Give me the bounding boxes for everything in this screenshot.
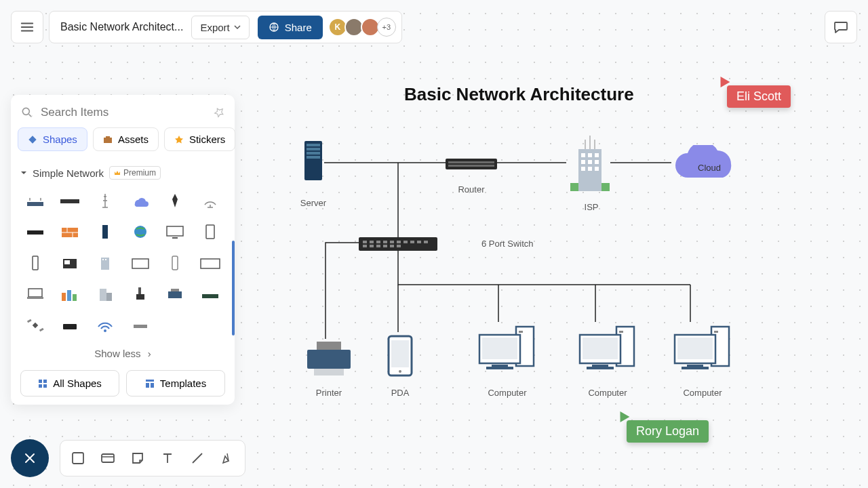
title-bar: Basic Network Architect... Export Share … bbox=[49, 11, 402, 43]
svg-point-1 bbox=[22, 108, 29, 115]
tab-stickers[interactable]: Stickers bbox=[164, 127, 235, 151]
shape-server[interactable] bbox=[90, 219, 120, 245]
svg-rect-83 bbox=[601, 183, 610, 191]
shape-building[interactable] bbox=[90, 250, 120, 276]
shape-globe[interactable] bbox=[125, 219, 155, 245]
svg-rect-102 bbox=[317, 342, 341, 350]
diamond-icon bbox=[28, 135, 37, 144]
shape-patch[interactable] bbox=[125, 312, 155, 338]
label-switch: 6 Port Switch bbox=[481, 239, 534, 249]
node-server[interactable] bbox=[303, 141, 323, 183]
shape-laptop[interactable] bbox=[20, 281, 50, 307]
shape-hub[interactable] bbox=[56, 312, 85, 338]
avatar-more[interactable]: +3 bbox=[377, 18, 396, 37]
svg-rect-86 bbox=[370, 241, 374, 243]
node-pda[interactable] bbox=[387, 335, 413, 380]
shape-modem[interactable] bbox=[195, 281, 225, 307]
shape-wireless[interactable] bbox=[90, 312, 120, 338]
share-button[interactable]: Share bbox=[258, 16, 323, 39]
shape-printer[interactable] bbox=[161, 281, 191, 307]
search-icon bbox=[20, 106, 34, 119]
node-computer-3[interactable] bbox=[672, 324, 733, 380]
svg-rect-35 bbox=[33, 323, 38, 328]
templates-button[interactable]: Templates bbox=[126, 370, 225, 396]
label-router: Router bbox=[458, 184, 484, 195]
tab-assets[interactable]: Assets bbox=[93, 127, 159, 151]
svg-rect-28 bbox=[100, 289, 106, 301]
tab-shapes[interactable]: Shapes bbox=[18, 127, 87, 151]
svg-line-51 bbox=[193, 453, 202, 463]
shape-office[interactable] bbox=[90, 281, 120, 307]
search-input[interactable] bbox=[41, 106, 206, 119]
briefcase-icon bbox=[103, 135, 113, 144]
svg-rect-67 bbox=[448, 161, 494, 163]
node-computer-2[interactable] bbox=[577, 324, 638, 380]
tool-line[interactable] bbox=[184, 445, 211, 472]
shape-tv[interactable] bbox=[195, 250, 225, 276]
svg-rect-22 bbox=[201, 259, 220, 268]
svg-rect-120 bbox=[714, 331, 718, 333]
show-less-button[interactable]: Show less › bbox=[11, 341, 235, 365]
svg-rect-95 bbox=[363, 245, 367, 247]
pin-icon[interactable] bbox=[210, 104, 227, 121]
svg-rect-117 bbox=[592, 365, 608, 367]
export-button[interactable]: Export bbox=[191, 16, 249, 39]
all-shapes-button[interactable]: All Shapes bbox=[20, 370, 119, 396]
section-simple-network[interactable]: Simple Network Premium bbox=[11, 159, 235, 185]
svg-rect-71 bbox=[588, 153, 592, 157]
shape-tower[interactable] bbox=[90, 188, 120, 214]
svg-rect-19 bbox=[105, 259, 106, 260]
svg-rect-100 bbox=[397, 245, 401, 247]
close-icon bbox=[23, 451, 37, 465]
tool-card[interactable] bbox=[94, 445, 121, 472]
node-isp[interactable] bbox=[566, 136, 614, 198]
shape-mobile[interactable] bbox=[161, 250, 191, 276]
tool-pen[interactable] bbox=[214, 445, 241, 472]
comments-button[interactable] bbox=[825, 11, 857, 43]
shape-satellite[interactable] bbox=[20, 312, 50, 338]
node-router[interactable] bbox=[446, 155, 497, 175]
shape-rocket[interactable] bbox=[161, 188, 191, 214]
scrollbar[interactable] bbox=[232, 241, 235, 336]
shape-city[interactable] bbox=[56, 281, 85, 307]
shape-firewall[interactable] bbox=[56, 219, 85, 245]
shape-satellite-dish[interactable] bbox=[195, 188, 225, 214]
tool-note[interactable] bbox=[124, 445, 151, 472]
tool-text[interactable] bbox=[154, 445, 181, 472]
chevron-down-icon bbox=[234, 24, 241, 30]
label-computer-2: Computer bbox=[588, 388, 627, 398]
shape-cloud[interactable] bbox=[125, 188, 155, 214]
svg-rect-105 bbox=[391, 340, 409, 367]
document-title[interactable]: Basic Network Architect... bbox=[60, 21, 183, 33]
svg-rect-99 bbox=[390, 245, 394, 247]
globe-icon bbox=[269, 22, 279, 33]
shape-rack[interactable] bbox=[20, 219, 50, 245]
shape-phone[interactable] bbox=[20, 250, 50, 276]
svg-rect-97 bbox=[376, 245, 380, 247]
svg-rect-47 bbox=[151, 383, 154, 388]
svg-rect-33 bbox=[171, 289, 179, 291]
shape-monitor[interactable] bbox=[161, 219, 191, 245]
node-printer[interactable] bbox=[304, 339, 353, 380]
collaborator-avatars[interactable]: K +3 bbox=[331, 18, 396, 37]
node-switch[interactable] bbox=[359, 237, 437, 253]
node-computer-1[interactable] bbox=[477, 324, 538, 380]
svg-rect-43 bbox=[39, 384, 42, 388]
shape-fax[interactable] bbox=[56, 250, 85, 276]
shape-tablet[interactable] bbox=[195, 219, 225, 245]
svg-point-106 bbox=[399, 370, 401, 373]
close-fab[interactable] bbox=[11, 439, 49, 477]
label-computer-3: Computer bbox=[683, 388, 722, 398]
svg-rect-30 bbox=[136, 294, 144, 300]
menu-button[interactable] bbox=[11, 11, 43, 43]
tool-rectangle[interactable] bbox=[64, 445, 92, 472]
svg-rect-18 bbox=[102, 259, 104, 260]
shape-switch[interactable] bbox=[56, 188, 85, 214]
label-isp: ISP bbox=[585, 202, 599, 212]
svg-rect-5 bbox=[27, 202, 43, 206]
shape-wifi-router[interactable] bbox=[20, 188, 50, 214]
shape-cordless[interactable] bbox=[125, 281, 155, 307]
shape-screen[interactable] bbox=[125, 250, 155, 276]
svg-rect-42 bbox=[43, 380, 47, 383]
svg-rect-110 bbox=[482, 338, 517, 359]
